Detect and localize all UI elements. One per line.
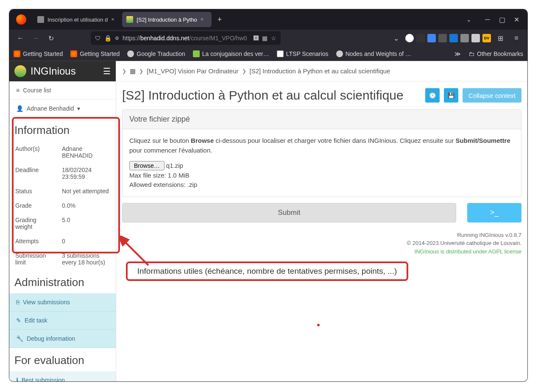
breadcrumb-task[interactable]: [S2] Introduction à Python et au calcul … — [250, 67, 390, 75]
brand-logo — [14, 65, 26, 77]
minimize-icon[interactable]: ─ — [484, 16, 491, 23]
clock-button[interactable]: 🕓 — [425, 88, 440, 103]
translate-icon[interactable]: 🅰 — [254, 35, 259, 41]
sidebar-course-list[interactable]: ≡ Course list — [9, 81, 116, 100]
extension-icon[interactable] — [427, 34, 436, 42]
chevron-down-icon[interactable]: ⌄ — [466, 16, 471, 23]
shield-icon: 🛡 — [95, 35, 101, 42]
overflow-icon[interactable]: ≫ — [454, 50, 461, 57]
chevron-right-icon: ❯ — [242, 68, 246, 74]
bookmarks-bar: Getting Started Getting Started Google T… — [9, 47, 527, 61]
allowed-ext-label: Allowed extensions: .zip — [129, 180, 514, 190]
sidebar-user[interactable]: 👤 Adnane Benhadid ▾ — [9, 100, 116, 118]
url-domain: benhadid.ddns.net — [140, 35, 189, 42]
chevron-right-icon: ❯ — [139, 68, 143, 74]
browser-toolbar: ← → ↻ 🛡 🔒 ⚙ https://benhadid.ddns.net/co… — [9, 30, 527, 47]
reader-icon[interactable]: ▦ — [262, 35, 268, 42]
tab-title: [S2] Introduction à Pytho — [137, 17, 197, 23]
tab-favicon — [126, 16, 133, 23]
other-bookmarks[interactable]: 🗀Other Bookmarks — [468, 50, 523, 57]
maximize-icon[interactable]: ▢ — [499, 16, 505, 23]
maxsize-label: Max file size: 1.0 MiB — [129, 171, 514, 181]
eval-best-submission[interactable]: ℹBest submission — [9, 371, 116, 381]
breadcrumb: ❯ ▦ ❯ [M1_VPO] Vision Par Ordinateur ❯ [… — [116, 61, 527, 81]
filename-label: q1.zip — [166, 162, 183, 169]
save-button[interactable]: 💾 — [444, 88, 458, 103]
main-content: ❯ ▦ ❯ [M1_VPO] Vision Par Ordinateur ❯ [… — [116, 61, 527, 381]
edit-icon: ✎ — [16, 317, 21, 324]
terminal-button[interactable]: >_ — [467, 203, 521, 222]
extensions-icon[interactable]: ⊞ — [493, 31, 507, 45]
copy-icon: ⎘ — [16, 299, 20, 306]
browser-tab[interactable]: Inscription et utilisation d × — [33, 12, 122, 27]
pocket-icon[interactable]: ⌄ — [389, 31, 403, 45]
extension-icon[interactable] — [460, 34, 469, 42]
card-header: Votre fichier zippé — [123, 110, 521, 129]
browser-tab-active[interactable]: [S2] Introduction à Pytho × — [122, 12, 211, 27]
tab-favicon — [37, 16, 44, 23]
agpl-link[interactable]: INGInious is distributed under AGPL lice… — [415, 248, 521, 255]
url-path: /course/M1_VPO/hw0 — [189, 35, 247, 42]
collapse-context-button[interactable]: Collapse context — [463, 88, 521, 103]
caret-down-icon: ▾ — [77, 105, 80, 112]
forward-button[interactable]: → — [29, 31, 42, 45]
upload-card: Votre fichier zippé Cliquez sur le bouto… — [122, 109, 521, 197]
upload-instructions: Cliquez sur le bouton Browse ci-dessous … — [129, 136, 514, 155]
chevron-right-icon: ❯ — [122, 68, 126, 74]
page-title: [S2] Introduction à Python et au calcul … — [122, 88, 421, 103]
annotation-info-box — [12, 117, 120, 253]
footer: Running INGInious v.0.8.7 © 2014-2023 Un… — [116, 229, 527, 258]
bookmark-item[interactable]: La conjugaison des ver… — [193, 50, 269, 57]
admin-edit-task[interactable]: ✎Edit task — [9, 311, 116, 330]
new-tab-button[interactable]: + — [212, 15, 228, 24]
reload-button[interactable]: ↻ — [44, 31, 58, 45]
close-window-icon[interactable]: ✕ — [513, 16, 520, 23]
firefox-icon — [16, 14, 26, 25]
bookmark-item[interactable]: Getting Started — [14, 50, 63, 57]
extension-icon[interactable] — [438, 34, 447, 42]
hamburger-icon[interactable]: ☰ — [103, 66, 111, 76]
bookmark-item[interactable]: LTSP Scenarios — [277, 50, 329, 57]
bookmark-item[interactable]: Getting Started — [70, 50, 120, 57]
extension-icon[interactable] — [416, 34, 425, 42]
menu-icon[interactable]: ≡ — [510, 31, 523, 45]
lock-icon: 🔒 — [104, 35, 112, 42]
grid-icon[interactable]: ▦ — [130, 67, 136, 75]
breadcrumb-course[interactable]: [M1_VPO] Vision Par Ordinateur — [147, 67, 239, 75]
browse-button[interactable]: Browse… — [129, 161, 164, 170]
annotation-dot — [317, 324, 320, 326]
wrench-icon: 🔧 — [16, 335, 23, 342]
extension-icon[interactable] — [405, 34, 414, 42]
close-icon[interactable]: × — [201, 16, 207, 23]
settings-toggle-icon: ⚙ — [115, 36, 119, 41]
info-icon: ℹ — [16, 377, 18, 381]
back-button[interactable]: ← — [14, 31, 27, 45]
bookmark-item[interactable]: Nodes and Weights of … — [336, 50, 411, 57]
brand-name: INGInious — [31, 65, 76, 77]
annotation-callout: Informations utiles (échéance, nombre de… — [126, 261, 408, 281]
close-icon[interactable]: × — [111, 16, 118, 23]
url-bar[interactable]: 🛡 🔒 ⚙ https://benhadid.ddns.net/course/M… — [91, 31, 281, 45]
tab-title: Inscription et utilisation d — [47, 17, 108, 23]
list-icon: ≡ — [16, 87, 20, 94]
url-prefix: https:// — [123, 35, 140, 42]
bookmark-star-icon[interactable]: ☆ — [271, 35, 276, 42]
extension-icon[interactable]: DV — [482, 34, 491, 42]
admin-debug[interactable]: 🔧Debug information — [9, 330, 116, 348]
eval-heading: For evaluation — [9, 348, 116, 371]
brand-header[interactable]: INGInious ☰ — [9, 61, 116, 81]
extension-icon[interactable] — [449, 34, 458, 42]
admin-view-submissions[interactable]: ⎘View submissions — [9, 293, 116, 311]
admin-heading: Administration — [9, 270, 116, 293]
user-icon: 👤 — [16, 105, 23, 112]
titlebar: Inscription et utilisation d × [S2] Intr… — [9, 9, 527, 30]
submit-button[interactable]: Submit — [122, 203, 456, 222]
extension-icon[interactable] — [471, 34, 480, 42]
bookmark-item[interactable]: Google Traduction — [127, 50, 185, 57]
